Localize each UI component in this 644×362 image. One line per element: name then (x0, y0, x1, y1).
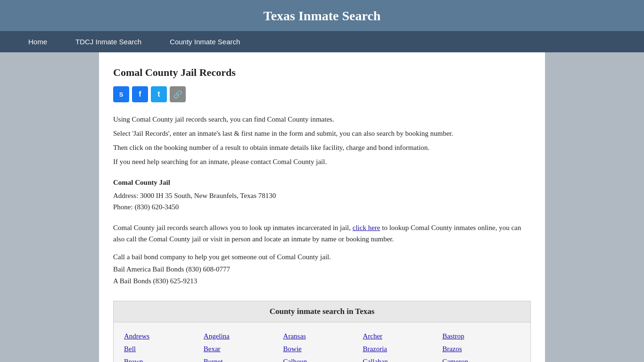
desc-line-4: If you need help searching for an inmate… (113, 156, 531, 167)
county-section-title: County inmate search in Texas (114, 301, 530, 322)
site-header: Texas Inmate Search (0, 0, 644, 31)
county-link[interactable]: Burnet (203, 355, 282, 362)
desc-line-1: Using Comal County jail records search, … (113, 114, 531, 125)
bail-info-section: Call a bail bond company to help you get… (113, 251, 531, 288)
jail-info-section: Comal County Jail Address: 3000 IH 35 So… (113, 177, 531, 213)
nav-home[interactable]: Home (14, 31, 61, 52)
nav-county[interactable]: County Inmate Search (156, 31, 254, 52)
nav-tdcj[interactable]: TDCJ Inmate Search (61, 31, 156, 52)
jail-phone: Phone: (830) 620-3450 (113, 201, 531, 213)
main-content: Comal County Jail Records S f t 🔗 Using … (99, 52, 545, 362)
bail-company-1: Bail America Bail Bonds (830) 608-0777 (113, 263, 531, 276)
extra-info-paragraph: Comal County jail records search allows … (113, 222, 531, 245)
twitter-button[interactable]: t (151, 86, 167, 102)
page-title: Comal County Jail Records (113, 66, 531, 79)
county-link[interactable]: Calhoun (282, 355, 362, 362)
extra-info-section: Comal County jail records search allows … (113, 222, 531, 245)
county-link[interactable]: Andrews (123, 330, 203, 343)
click-here-link[interactable]: click here (353, 224, 380, 231)
county-link[interactable]: Angelina (203, 330, 282, 343)
county-grid: AndrewsAngelinaAransasArcherBastropBellB… (114, 322, 530, 362)
county-link[interactable]: Cameron (441, 355, 521, 362)
county-link[interactable]: Brazos (441, 343, 521, 355)
county-link[interactable]: Bexar (203, 343, 282, 355)
share-button[interactable]: S (113, 86, 129, 102)
jail-address: Address: 3000 IH 35 South, New Braunfels… (113, 190, 531, 201)
county-link[interactable]: Bell (123, 343, 203, 355)
copy-link-button[interactable]: 🔗 (170, 86, 186, 102)
facebook-button[interactable]: f (132, 86, 148, 102)
share-buttons-group: S f t 🔗 (113, 86, 531, 102)
navigation: Home TDCJ Inmate Search County Inmate Se… (0, 31, 644, 52)
county-link[interactable]: Bastrop (441, 330, 521, 343)
jail-name: Comal County Jail (113, 177, 531, 188)
county-link[interactable]: Brazoria (362, 343, 441, 355)
county-link[interactable]: Archer (362, 330, 441, 343)
county-link[interactable]: Callahan (362, 355, 441, 362)
county-link[interactable]: Bowie (282, 343, 362, 355)
county-link[interactable]: Brown (123, 355, 203, 362)
bail-company-2: A Bail Bonds (830) 625-9213 (113, 275, 531, 288)
desc-line-3: Then click on the booking number of a re… (113, 142, 531, 153)
site-title: Texas Inmate Search (0, 8, 644, 24)
county-section: County inmate search in Texas AndrewsAng… (113, 301, 531, 362)
county-link[interactable]: Aransas (282, 330, 362, 343)
bail-intro: Call a bail bond company to help you get… (113, 251, 531, 263)
extra-text-before: Comal County jail records search allows … (113, 224, 351, 231)
description-section: Using Comal County jail records search, … (113, 114, 531, 167)
desc-line-2: Select 'Jail Records', enter an inmate's… (113, 128, 531, 139)
